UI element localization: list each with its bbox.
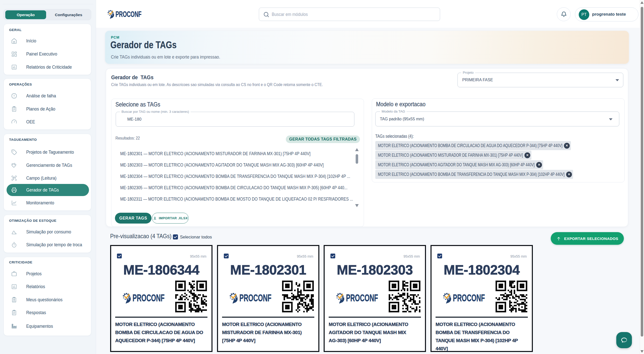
svg-text:PROCONF: PROCONF	[115, 10, 141, 19]
svg-text:PROCONF: PROCONF	[239, 293, 271, 303]
svg-text:PROCONF: PROCONF	[346, 293, 378, 303]
svg-text:PROCONF: PROCONF	[453, 293, 485, 303]
svg-text:PROCONF: PROCONF	[133, 293, 165, 303]
